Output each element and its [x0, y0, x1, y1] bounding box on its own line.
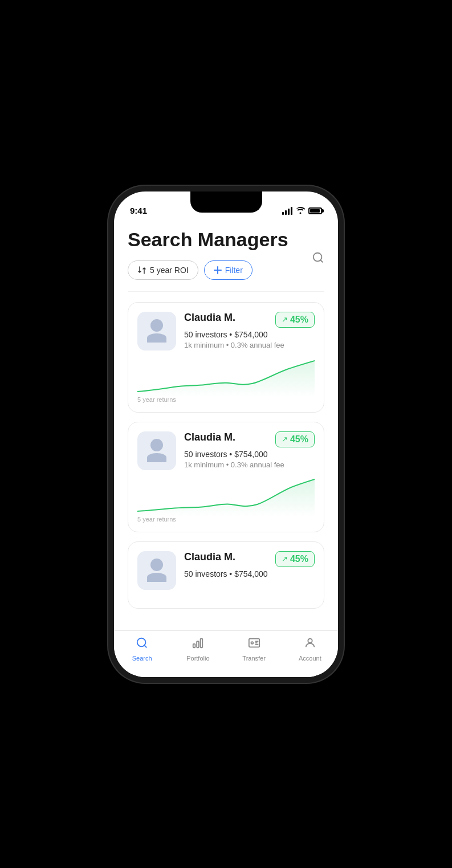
manager-stats: 50 investors • $754,000 — [184, 330, 315, 339]
svg-rect-7 — [197, 641, 199, 647]
card-name-row: Claudia M. ↗ 45% — [184, 431, 315, 447]
svg-rect-6 — [193, 643, 196, 647]
manager-stats: 50 investors • $754,000 — [184, 450, 315, 459]
card-header: Claudia M. ↗ 45% 50 investors • $754,000… — [137, 431, 315, 470]
roi-arrow-icon: ↗ — [282, 435, 288, 443]
nav-label-search: Search — [132, 655, 152, 662]
manager-card[interactable]: Claudia M. ↗ 45% 50 investors • $754,000 — [128, 541, 324, 609]
top-search-button[interactable] — [312, 251, 324, 266]
svg-point-10 — [251, 642, 253, 644]
status-icons — [282, 206, 322, 215]
svg-line-1 — [320, 260, 323, 262]
avatar-head — [150, 439, 163, 451]
account-nav-icon — [304, 637, 316, 653]
chart-area: 5 year returns — [137, 477, 315, 523]
roi-value: 45% — [290, 554, 308, 564]
chart-svg — [137, 477, 315, 517]
signal-icon — [282, 207, 292, 215]
sort-button[interactable]: 5 year ROI — [128, 260, 198, 280]
manager-details: 1k minimum • 0.3% annual fee — [184, 341, 315, 349]
page-title: Search Managers — [128, 229, 324, 250]
wifi-icon — [296, 206, 305, 215]
svg-line-5 — [144, 645, 146, 647]
chart-label: 5 year returns — [137, 516, 176, 523]
chart-area: 5 year returns — [137, 357, 315, 403]
nav-item-transfer[interactable]: Transfer — [226, 637, 282, 662]
filter-label: Filter — [225, 266, 243, 275]
avatar-body — [147, 333, 166, 343]
roi-arrow-icon: ↗ — [282, 315, 288, 324]
card-info: Claudia M. ↗ 45% 50 investors • $754,000… — [184, 431, 315, 469]
roi-value: 45% — [290, 434, 308, 445]
plus-icon — [214, 266, 222, 274]
screen-content[interactable]: Search Managers 5 year ROI Filter — [114, 220, 338, 677]
chart-svg — [137, 357, 315, 397]
avatar-body — [147, 453, 166, 462]
card-header: Claudia M. ↗ 45% 50 investors • $754,000… — [137, 312, 315, 351]
avatar-head — [150, 559, 163, 571]
card-header: Claudia M. ↗ 45% 50 investors • $754,000 — [137, 551, 315, 590]
portfolio-nav-icon — [192, 637, 204, 653]
chart-label: 5 year returns — [137, 396, 176, 403]
svg-rect-8 — [201, 638, 203, 647]
manager-stats: 50 investors • $754,000 — [184, 569, 315, 578]
filter-row: 5 year ROI Filter — [128, 260, 324, 280]
svg-point-14 — [308, 638, 312, 642]
avatar-body — [147, 573, 166, 582]
manager-name: Claudia M. — [184, 431, 235, 443]
nav-item-search[interactable]: Search — [114, 637, 170, 662]
main-content: Search Managers 5 year ROI Filter — [114, 229, 338, 663]
roi-badge: ↗ 45% — [275, 431, 315, 447]
roi-arrow-icon: ↗ — [282, 555, 288, 563]
phone-frame: 9:41 — [114, 191, 338, 677]
status-time: 9:41 — [130, 206, 147, 215]
roi-badge: ↗ 45% — [275, 551, 315, 567]
manager-name: Claudia M. — [184, 312, 235, 324]
avatar — [137, 312, 176, 351]
avatar — [137, 551, 176, 590]
avatar — [137, 431, 176, 470]
manager-card[interactable]: Claudia M. ↗ 45% 50 investors • $754,000… — [128, 422, 324, 532]
roi-badge: ↗ 45% — [275, 312, 315, 328]
search-nav-icon — [136, 637, 148, 653]
nav-item-account[interactable]: Account — [282, 637, 338, 662]
sort-label: 5 year ROI — [150, 266, 189, 275]
card-info: Claudia M. ↗ 45% 50 investors • $754,000… — [184, 312, 315, 349]
notch — [190, 191, 262, 213]
nav-label-portfolio: Portfolio — [186, 655, 209, 662]
roi-value: 45% — [290, 315, 308, 325]
battery-icon — [308, 207, 322, 214]
bottom-nav: Search Portfolio — [114, 630, 338, 677]
card-name-row: Claudia M. ↗ 45% — [184, 551, 315, 567]
card-name-row: Claudia M. ↗ 45% — [184, 312, 315, 328]
manager-card[interactable]: Claudia M. ↗ 45% 50 investors • $754,000… — [128, 302, 324, 413]
divider — [128, 291, 324, 292]
transfer-nav-icon — [248, 637, 260, 653]
nav-label-transfer: Transfer — [242, 655, 266, 662]
nav-item-portfolio[interactable]: Portfolio — [170, 637, 226, 662]
manager-details: 1k minimum • 0.3% annual fee — [184, 461, 315, 469]
manager-name: Claudia M. — [184, 551, 235, 563]
card-info: Claudia M. ↗ 45% 50 investors • $754,000 — [184, 551, 315, 578]
filter-button[interactable]: Filter — [204, 260, 253, 280]
sort-icon — [137, 266, 146, 275]
avatar-head — [150, 319, 163, 332]
svg-point-4 — [137, 638, 146, 646]
nav-label-account: Account — [299, 655, 321, 662]
svg-point-0 — [313, 252, 322, 261]
